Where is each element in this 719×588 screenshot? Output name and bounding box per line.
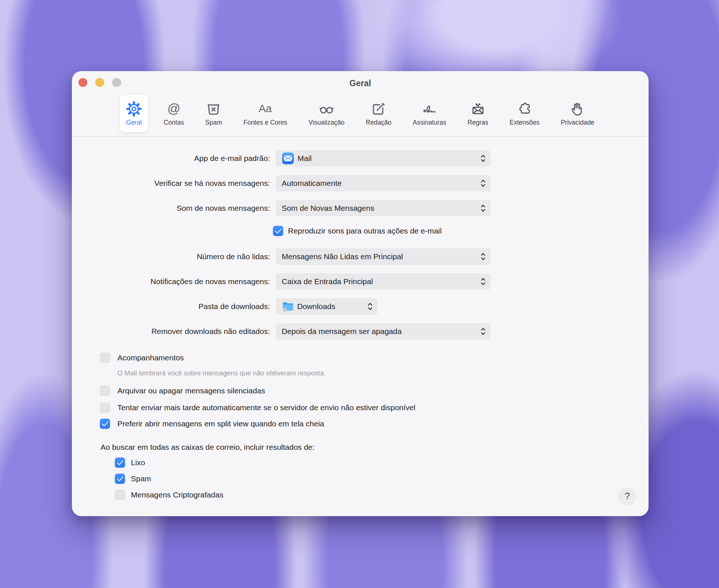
default-email-app-select[interactable]: Mail [276, 150, 490, 166]
archive-muted-checkbox[interactable] [100, 386, 110, 396]
toolbar-tabs: Geral @ Contas Spam Aa Fontes e Cores [120, 95, 600, 132]
notifications-row: Notificações de novas mensagens: Caixa d… [72, 269, 649, 294]
updown-chevron-icon [480, 179, 486, 188]
check-new-messages-select[interactable]: Automaticamente [276, 175, 490, 191]
field-label: Pasta de downloads: [72, 302, 270, 311]
split-view-checkbox[interactable] [100, 419, 110, 429]
search-spam-checkbox[interactable] [115, 474, 125, 484]
tab-label: Visualização [309, 119, 344, 126]
tab-redacao[interactable]: Redação [360, 95, 397, 132]
updown-chevron-icon [480, 154, 486, 163]
tab-privacidade[interactable]: Privacidade [555, 95, 600, 132]
checkbox-label: Tentar enviar mais tarde automaticamente… [117, 403, 415, 412]
window-title: Geral [72, 71, 649, 94]
general-settings-content: App de e-mail padrão: Mail Verificar se … [72, 137, 649, 503]
downloads-folder-icon [282, 301, 294, 312]
select-value: Caixa de Entrada Principal [282, 277, 373, 286]
downloads-folder-row: Pasta de downloads: Downloads [72, 294, 649, 319]
checkbox-label: Spam [131, 474, 151, 483]
play-sounds-option: Reproduzir sons para outras ações de e-m… [72, 221, 649, 241]
svg-text:Aa: Aa [259, 102, 272, 114]
search-trash-option: Lixo [72, 455, 649, 471]
gear-icon [125, 101, 142, 117]
search-encrypted-option: Mensagens Criptografadas [72, 487, 649, 503]
tab-assinaturas[interactable]: Assinaturas [407, 95, 452, 132]
select-value: Mensagens Não Lidas em Principal [282, 252, 403, 261]
archive-muted-option: Arquivar ou apagar mensagens silenciadas [72, 382, 649, 400]
updown-chevron-icon [480, 327, 486, 336]
select-value: Depois da mensagem ser apagada [282, 327, 402, 336]
question-mark-icon: ? [625, 491, 630, 501]
default-email-app-row: App de e-mail padrão: Mail [72, 146, 649, 171]
search-spam-option: Spam [72, 471, 649, 487]
hand-icon [569, 101, 586, 117]
mail-app-icon [282, 152, 294, 165]
settings-toolbar: Geral @ Contas Spam Aa Fontes e Cores [72, 94, 649, 137]
search-section-heading: Ao buscar em todas as caixas de correio,… [72, 440, 649, 455]
play-sounds-checkbox[interactable] [273, 226, 283, 236]
select-value: Mail [298, 154, 312, 163]
select-value: Downloads [297, 302, 335, 311]
rules-envelope-icon [470, 101, 486, 117]
puzzle-icon [516, 101, 533, 117]
tab-contas[interactable]: @ Contas [158, 95, 190, 132]
follow-up-description: O Mail lembrará você sobre mensagens que… [72, 367, 649, 380]
checkbox-label: Acompanhamentos [117, 353, 184, 362]
glasses-icon [318, 101, 335, 117]
tab-spam[interactable]: Spam [199, 95, 228, 132]
follow-up-option: Acompanhamentos [72, 349, 649, 367]
tab-label: Contas [164, 119, 184, 126]
checkbox-label: Mensagens Criptografadas [131, 490, 223, 499]
field-label: Número de não lidas: [72, 252, 270, 261]
remove-downloads-row: Remover downloads não editados: Depois d… [72, 319, 649, 344]
notifications-select[interactable]: Caixa de Entrada Principal [276, 273, 490, 290]
field-label: Som de novas mensagens: [72, 204, 270, 213]
tab-geral[interactable]: Geral [120, 95, 148, 132]
follow-up-checkbox[interactable] [100, 353, 110, 363]
tab-label: Extensões [510, 119, 540, 126]
compose-icon [370, 101, 387, 117]
tab-label: Regras [468, 119, 488, 126]
tab-regras[interactable]: Regras [462, 95, 494, 132]
new-message-sound-row: Som de novas mensagens: Som de Novas Men… [72, 196, 649, 221]
tab-fontes-e-cores[interactable]: Aa Fontes e Cores [237, 95, 293, 132]
field-label: Verificar se há novas mensagens: [72, 179, 270, 188]
field-label: Notificações de novas mensagens: [72, 277, 270, 286]
tab-extensoes[interactable]: Extensões [504, 95, 545, 132]
select-value: Automaticamente [282, 179, 342, 188]
updown-chevron-icon [367, 302, 373, 311]
field-label: Remover downloads não editados: [72, 327, 270, 336]
field-label: App de e-mail padrão: [72, 154, 270, 163]
tab-visualizacao[interactable]: Visualização [303, 95, 350, 132]
signature-icon [421, 101, 438, 117]
mail-settings-window: Geral Geral @ Contas [72, 71, 649, 516]
svg-text:@: @ [167, 101, 180, 115]
spam-bin-icon [205, 101, 222, 117]
new-message-sound-select[interactable]: Som de Novas Mensagens [276, 200, 490, 216]
remove-downloads-select[interactable]: Depois da mensagem ser apagada [276, 323, 490, 339]
check-new-messages-row: Verificar se há novas mensagens: Automat… [72, 171, 649, 196]
titlebar: Geral [72, 71, 649, 94]
search-encrypted-checkbox[interactable] [115, 490, 125, 500]
send-later-checkbox[interactable] [100, 403, 110, 413]
tab-label: Geral [126, 119, 142, 126]
fonts-icon: Aa [257, 101, 274, 117]
tab-label: Privacidade [561, 119, 594, 126]
tab-label: Assinaturas [413, 119, 446, 126]
at-sign-icon: @ [165, 101, 182, 117]
downloads-folder-select[interactable]: Downloads [276, 298, 377, 315]
search-trash-checkbox[interactable] [115, 457, 125, 468]
checkbox-label: Preferir abrir mensagens em split view q… [117, 419, 324, 428]
updown-chevron-icon [480, 252, 486, 261]
checkbox-label: Reproduzir sons para outras ações de e-m… [288, 227, 442, 235]
desktop-wallpaper: { "window": { "title": "Geral" }, "toolb… [0, 0, 719, 588]
tab-label: Fontes e Cores [243, 119, 287, 126]
help-button[interactable]: ? [619, 488, 636, 504]
tab-label: Redação [366, 119, 391, 126]
tab-label: Spam [205, 119, 222, 126]
unread-count-select[interactable]: Mensagens Não Lidas em Principal [276, 249, 490, 265]
send-later-option: Tentar enviar mais tarde automaticamente… [72, 400, 649, 416]
updown-chevron-icon [480, 277, 486, 286]
updown-chevron-icon [480, 203, 486, 213]
split-view-option: Preferir abrir mensagens em split view q… [72, 416, 649, 432]
